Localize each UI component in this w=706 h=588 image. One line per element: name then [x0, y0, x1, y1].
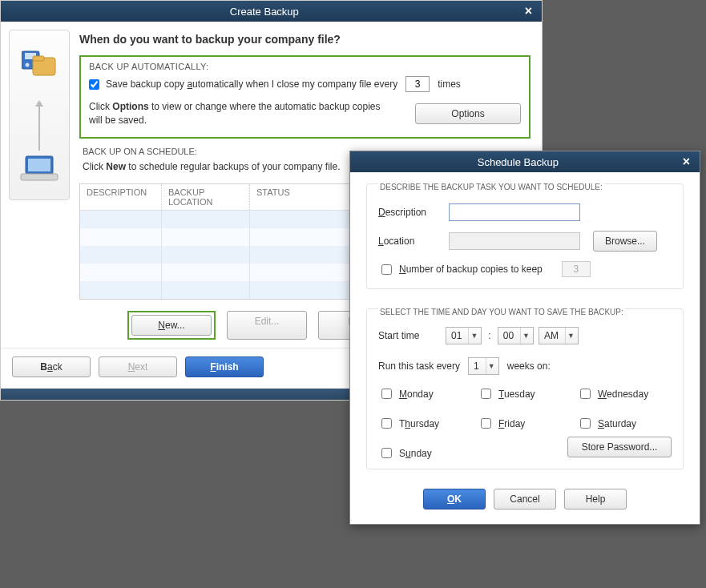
ok-button[interactable]: OK [423, 489, 486, 509]
weeks-select[interactable]: 1▼ [468, 357, 499, 375]
cancel-button[interactable]: Cancel [494, 489, 556, 509]
svg-point-2 [26, 63, 30, 67]
backup-automatically-section: BACK UP AUTOMATICALLY: Save backup copy … [79, 55, 531, 139]
description-label: Description [378, 207, 441, 218]
day-friday[interactable]: Friday [478, 416, 572, 431]
edit-button: Edit... [227, 311, 307, 340]
wizard-graphic [9, 30, 70, 200]
ampm-select[interactable]: AM▼ [539, 327, 579, 344]
day-sunday[interactable]: Sunday [378, 445, 473, 461]
describe-task-title: DESCRIBE THE BACKUP TASK YOU WANT TO SCH… [378, 183, 604, 191]
col-description: DESCRIPTION [80, 184, 162, 210]
run-every-label-pre: Run this task every [378, 360, 460, 372]
day-wednesday[interactable]: Wednesday [577, 386, 672, 401]
back-button[interactable]: Back [12, 356, 91, 377]
keep-copies-label: Number of backup copies to keep [399, 264, 543, 275]
new-button-highlight: New... [127, 311, 216, 340]
arrow-up-icon [38, 103, 40, 151]
run-every-label-post: weeks on: [507, 360, 551, 372]
options-button[interactable]: Options [415, 103, 521, 124]
chevron-down-icon: ▼ [520, 328, 533, 344]
page-heading: When do you want to backup your company … [79, 33, 531, 46]
schedule-backup-titlebar: Schedule Backup × [350, 151, 700, 172]
chevron-down-icon: ▼ [468, 328, 481, 344]
new-button[interactable]: New... [131, 315, 212, 336]
svg-rect-4 [33, 56, 44, 61]
day-thursday[interactable]: Thursday [378, 416, 473, 431]
select-time-title: SELECT THE TIME AND DAY YOU WANT TO SAVE… [378, 308, 625, 316]
create-backup-titlebar: Create Backup × [1, 1, 542, 22]
svg-rect-7 [21, 174, 58, 180]
laptop-icon [19, 155, 59, 187]
day-saturday[interactable]: Saturday [577, 416, 672, 431]
auto-section-label: BACK UP AUTOMATICALLY: [89, 62, 521, 71]
location-input [449, 232, 580, 250]
minute-select[interactable]: 00▼ [498, 327, 534, 344]
store-password-button[interactable]: Store Password... [567, 437, 672, 457]
close-icon[interactable]: × [680, 155, 693, 169]
schedule-backup-window: Schedule Backup × DESCRIBE THE BACKUP TA… [349, 151, 700, 525]
keep-copies-input [562, 261, 591, 277]
chevron-down-icon: ▼ [486, 358, 498, 374]
times-suffix: times [438, 79, 461, 90]
help-button[interactable]: Help [564, 489, 627, 509]
svg-rect-6 [28, 159, 50, 171]
col-location: BACKUP LOCATION [162, 184, 250, 210]
chevron-down-icon: ▼ [565, 328, 578, 344]
save-automatically-checkbox[interactable] [89, 79, 99, 90]
description-input[interactable] [449, 203, 580, 221]
keep-copies-checkbox[interactable] [381, 264, 392, 275]
day-monday[interactable]: Monday [378, 386, 473, 401]
auto-checkbox-label: Save backup copy automatically when I cl… [106, 79, 397, 90]
select-time-group: SELECT THE TIME AND DAY YOU WANT TO SAVE… [366, 308, 684, 469]
start-time-label: Start time [378, 330, 441, 341]
location-label: Location [378, 236, 441, 247]
next-button: Next [99, 356, 177, 377]
describe-task-group: DESCRIBE THE BACKUP TASK YOU WANT TO SCH… [366, 183, 684, 289]
browse-button[interactable]: Browse... [593, 231, 657, 252]
finish-button[interactable]: Finish [185, 356, 264, 377]
times-input[interactable] [405, 76, 430, 92]
hour-select[interactable]: 01▼ [446, 327, 482, 344]
options-help-text: Click Options to view or change where th… [89, 100, 396, 127]
schedule-backup-title: Schedule Backup [357, 156, 680, 168]
disk-folder-icon [22, 48, 57, 82]
create-backup-title: Create Backup [7, 6, 522, 18]
close-icon[interactable]: × [522, 4, 535, 18]
day-tuesday[interactable]: Tuesday [478, 386, 572, 401]
